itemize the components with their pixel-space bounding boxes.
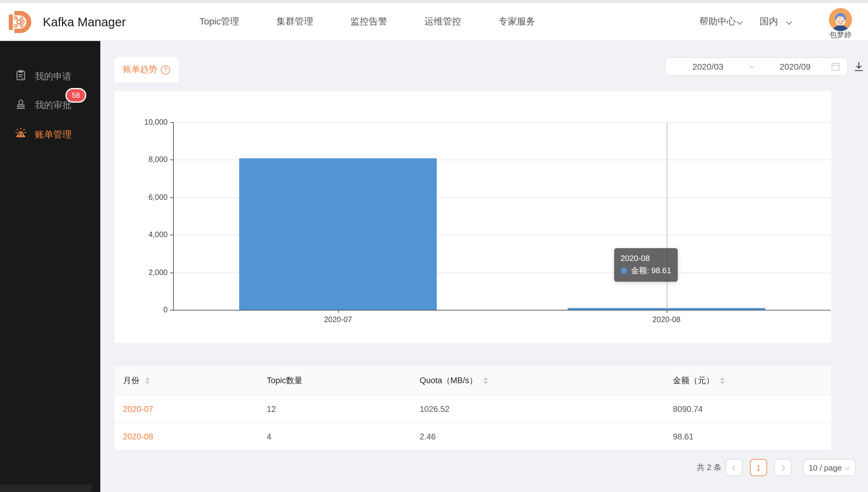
bar-2020-07[interactable] bbox=[239, 158, 437, 310]
cell-topic-count: 12 bbox=[267, 404, 420, 414]
sort-carets-icon bbox=[720, 377, 725, 384]
help-center-label: 帮助中心 bbox=[699, 16, 736, 27]
tooltip-series-dot bbox=[620, 268, 627, 274]
nav-item-topic[interactable]: Topic管理 bbox=[200, 16, 239, 27]
sidebar-item-label: 我的申请 bbox=[35, 71, 72, 82]
month-link[interactable]: 2020-07 bbox=[123, 404, 153, 414]
x-axis-label: 2020-08 bbox=[652, 315, 681, 324]
date-range-picker[interactable]: 2020/03 ~ 2020/09 bbox=[665, 57, 848, 76]
username: 包梦婷 bbox=[820, 30, 861, 40]
col-header-label: Quota（MB/s） bbox=[420, 375, 477, 386]
siren-icon bbox=[15, 127, 27, 142]
table-header-row: 月份 Topic数量 Quota（MB/s） 金额（元） bbox=[114, 366, 831, 395]
chart-tooltip: 2020-08 金额: 98.61 bbox=[614, 248, 678, 282]
app-header: Kafka Manager Topic管理 集群管理 监控告警 运维管控 专家服… bbox=[0, 3, 868, 41]
pagination-page-1-button[interactable]: 1 bbox=[750, 459, 767, 476]
col-header-quota[interactable]: Quota（MB/s） bbox=[420, 375, 673, 386]
chart-plot: 2020-08 金额: 98.61 02,0004,0006,0008,0001… bbox=[173, 122, 831, 311]
nav-item-ops[interactable]: 运维管控 bbox=[424, 16, 461, 27]
pagination-next-button[interactable] bbox=[774, 459, 792, 476]
table-row: 2020-07 12 1026.52 8090.74 bbox=[114, 395, 831, 423]
cell-quota: 2.46 bbox=[420, 432, 673, 441]
y-axis-tick bbox=[170, 310, 173, 311]
chevron-down-icon bbox=[736, 19, 743, 25]
cell-amount: 98.61 bbox=[673, 432, 831, 441]
y-axis-label: 10,000 bbox=[144, 118, 168, 126]
tab-billing-trend[interactable]: 账单趋势 ? bbox=[114, 57, 179, 82]
top-nav: Topic管理 集群管理 监控告警 运维管控 专家服务 bbox=[200, 3, 535, 40]
nav-item-monitor[interactable]: 监控告警 bbox=[351, 16, 387, 27]
app-title: Kafka Manager bbox=[43, 3, 126, 41]
cell-topic-count: 4 bbox=[267, 432, 420, 441]
tab-label: 账单趋势 bbox=[123, 64, 157, 75]
nav-item-cluster[interactable]: 集群管理 bbox=[277, 16, 313, 27]
sidebar: 我的申请 我的审批 58 bbox=[0, 41, 100, 492]
tooltip-row: 金额: 98.61 bbox=[620, 265, 671, 277]
x-axis-tick bbox=[338, 310, 338, 313]
page: Kafka Manager Topic管理 集群管理 监控告警 运维管控 专家服… bbox=[0, 0, 868, 492]
app-logo-icon bbox=[8, 10, 32, 34]
sidebar-item-billing[interactable]: 账单管理 bbox=[0, 122, 100, 147]
tooltip-title: 2020-08 bbox=[620, 252, 671, 265]
region-label: 国内 bbox=[760, 16, 778, 27]
chevron-left-icon bbox=[732, 465, 738, 471]
y-axis-label: 0 bbox=[163, 305, 168, 314]
sidebar-item-label: 我的审批 bbox=[35, 99, 72, 111]
approval-count-badge: 58 bbox=[66, 88, 86, 103]
help-question-icon[interactable]: ? bbox=[161, 65, 170, 74]
x-axis-label: 2020-07 bbox=[324, 315, 352, 324]
billing-trend-chart-card: 2020-08 金额: 98.61 02,0004,0006,0008,0001… bbox=[114, 91, 831, 343]
y-axis-tick bbox=[170, 122, 173, 123]
date-range-separator: ~ bbox=[744, 62, 759, 71]
x-axis-tick bbox=[666, 310, 667, 313]
avatar[interactable] bbox=[829, 8, 852, 31]
top-strip bbox=[0, 0, 868, 3]
date-start-input[interactable]: 2020/03 bbox=[672, 62, 744, 72]
table-row: 2020-08 4 2.46 98.61 bbox=[114, 423, 831, 450]
y-axis-tick bbox=[170, 235, 173, 235]
clipboard-icon bbox=[15, 69, 27, 84]
month-link[interactable]: 2020-08 bbox=[123, 432, 153, 441]
help-center-menu[interactable]: 帮助中心 bbox=[699, 3, 743, 40]
download-icon[interactable] bbox=[853, 60, 865, 73]
cell-amount: 8090.74 bbox=[673, 404, 831, 414]
col-header-label: 月份 bbox=[123, 375, 139, 386]
col-header-topic-count: Topic数量 bbox=[267, 375, 420, 386]
pagination-total: 共 2 条 bbox=[697, 459, 722, 476]
region-select[interactable]: 国内 bbox=[760, 3, 792, 40]
nav-item-expert[interactable]: 专家服务 bbox=[498, 16, 535, 27]
stamp-icon bbox=[15, 98, 27, 113]
y-axis-tick bbox=[170, 272, 173, 273]
billing-table-card: 月份 Topic数量 Quota（MB/s） 金额（元） 2020-07 12 … bbox=[114, 366, 831, 450]
chevron-down-icon bbox=[786, 19, 792, 25]
tooltip-text: 金额: 98.61 bbox=[631, 266, 671, 275]
date-end-input[interactable]: 2020/09 bbox=[759, 62, 831, 72]
page-size-select[interactable]: 10 / page bbox=[803, 459, 856, 476]
col-header-label: Topic数量 bbox=[267, 375, 303, 386]
col-header-month[interactable]: 月份 bbox=[123, 375, 267, 386]
cell-quota: 1026.52 bbox=[420, 404, 673, 414]
pagination-prev-button[interactable] bbox=[725, 459, 743, 476]
chevron-right-icon bbox=[779, 465, 785, 471]
y-axis-label: 4,000 bbox=[148, 230, 168, 239]
sidebar-collapse-trigger[interactable] bbox=[0, 485, 91, 492]
y-axis-tick bbox=[170, 160, 173, 161]
y-axis-label: 8,000 bbox=[148, 155, 168, 164]
y-axis-tick bbox=[170, 197, 173, 198]
page-size-value: 10 / page bbox=[809, 463, 842, 472]
sort-carets-icon bbox=[145, 377, 150, 384]
sort-carets-icon bbox=[483, 377, 488, 384]
y-gridline bbox=[174, 122, 831, 123]
col-header-amount[interactable]: 金额（元） bbox=[673, 375, 831, 386]
calendar-icon[interactable] bbox=[831, 62, 841, 72]
col-header-label: 金额（元） bbox=[673, 375, 714, 386]
y-axis-label: 2,000 bbox=[148, 268, 168, 276]
chevron-down-icon bbox=[845, 465, 850, 470]
sidebar-item-my-applications[interactable]: 我的申请 bbox=[0, 64, 100, 89]
sidebar-item-label: 账单管理 bbox=[35, 129, 72, 140]
y-axis-label: 6,000 bbox=[148, 193, 168, 202]
